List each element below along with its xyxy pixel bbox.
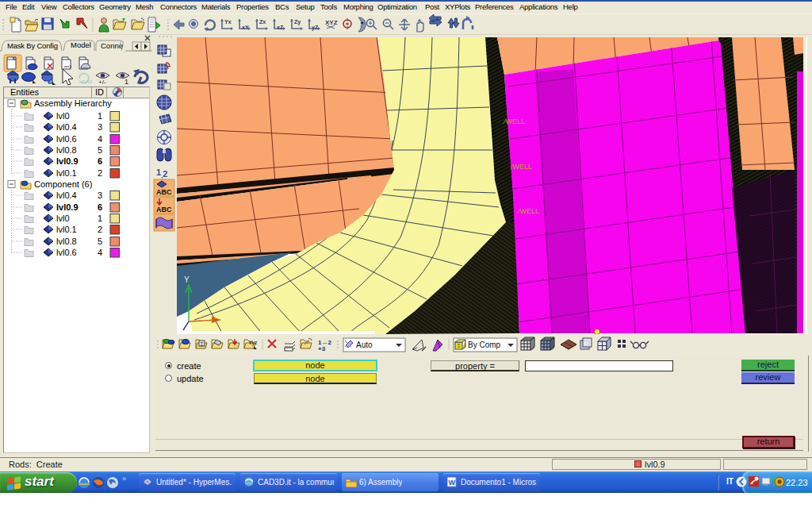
svg-text:lvl0.4: lvl0.4 [56, 122, 77, 132]
svg-text:5: 5 [98, 237, 102, 246]
svg-text:4: 4 [98, 248, 102, 257]
svg-text:1: 1 [98, 214, 102, 223]
svg-text:+/-: +/- [98, 79, 106, 86]
svg-text:Conne: Conne [101, 41, 123, 50]
svg-text:∕WELL: ∕WELL [510, 163, 532, 171]
svg-text:Zy: Zy [294, 19, 301, 25]
svg-text:Assembly Hierarchy: Assembly Hierarchy [34, 98, 112, 108]
svg-text:W: W [449, 479, 456, 487]
svg-text:LOAD: LOAD [79, 79, 93, 84]
svg-text:∕WELL: ∕WELL [517, 207, 539, 215]
svg-text:6: 6 [98, 202, 102, 212]
svg-text:Zx: Zx [259, 19, 266, 25]
svg-text:Y: Y [184, 275, 190, 284]
svg-text:By Comp: By Comp [468, 341, 501, 349]
svg-text:»: » [122, 475, 126, 483]
svg-text:Σ: Σ [201, 341, 205, 347]
svg-text:lvl0.6: lvl0.6 [56, 134, 77, 144]
svg-text:lvl0: lvl0 [56, 214, 70, 223]
svg-text:yZ: yZ [312, 25, 319, 31]
svg-text:3: 3 [98, 122, 102, 132]
svg-text:xZ: xZ [277, 25, 284, 30]
svg-text:xyz: xyz [249, 340, 258, 346]
svg-text:1,2: 1,2 [156, 167, 167, 179]
svg-text:Yx: Yx [224, 19, 232, 25]
svg-text:lvl0.6: lvl0.6 [56, 248, 77, 257]
svg-text:lvl0.8: lvl0.8 [56, 237, 77, 246]
svg-text:lvl0.1: lvl0.1 [56, 168, 77, 178]
svg-text:lvl0.8: lvl0.8 [56, 145, 77, 155]
svg-text:Auto: Auto [356, 341, 373, 349]
svg-text:Component (6): Component (6) [34, 179, 92, 189]
svg-text:6: 6 [98, 156, 102, 166]
svg-text:5: 5 [98, 145, 102, 155]
svg-text:ABC: ABC [156, 188, 172, 196]
svg-text:+3: +3 [318, 345, 326, 352]
svg-text:lvl0: lvl0 [56, 111, 70, 121]
svg-text:1: 1 [124, 78, 128, 86]
svg-text:xY: xY [242, 25, 249, 30]
svg-text:Model: Model [71, 40, 91, 49]
svg-text:4: 4 [98, 134, 102, 144]
svg-text:lvl0.9: lvl0.9 [56, 202, 79, 212]
svg-text:3: 3 [98, 190, 102, 200]
svg-text:lvl0.9: lvl0.9 [56, 156, 79, 166]
svg-text:2: 2 [98, 168, 102, 178]
svg-text:lvl0.4: lvl0.4 [56, 190, 77, 200]
svg-text:∕WELL: ∕WELL [503, 117, 525, 125]
svg-text:lvl0.1: lvl0.1 [56, 225, 77, 234]
svg-text:Mask By Config: Mask By Config [7, 41, 58, 50]
svg-text:ABC: ABC [156, 206, 172, 214]
svg-text:2: 2 [98, 225, 102, 234]
svg-text:1: 1 [98, 111, 102, 121]
